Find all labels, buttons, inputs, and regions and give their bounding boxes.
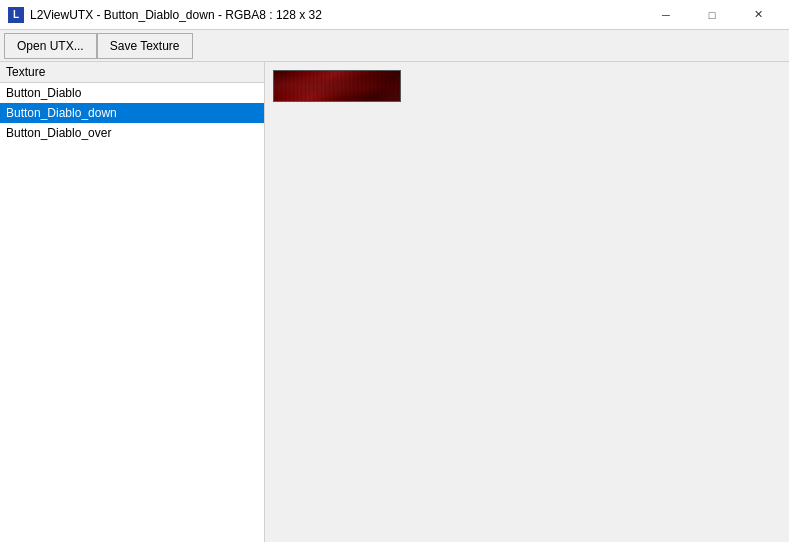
titlebar: L L2ViewUTX - Button_Diablo_down - RGBA8… [0,0,789,30]
window-title: L2ViewUTX - Button_Diablo_down - RGBA8 :… [30,8,322,22]
list-item[interactable]: Button_Diablo [0,83,264,103]
left-panel: Texture Button_Diablo Button_Diablo_down… [0,62,265,542]
right-panel [265,62,789,542]
close-button[interactable]: ✕ [735,0,781,30]
list-item[interactable]: Button_Diablo_over [0,123,264,143]
texture-preview [273,70,401,102]
main-content: Texture Button_Diablo Button_Diablo_down… [0,62,789,542]
titlebar-left: L L2ViewUTX - Button_Diablo_down - RGBA8… [8,7,322,23]
titlebar-controls: ─ □ ✕ [643,0,781,30]
toolbar: Open UTX... Save Texture [0,30,789,62]
list-item[interactable]: Button_Diablo_down [0,103,264,123]
texture-list: Button_Diablo Button_Diablo_down Button_… [0,83,264,542]
open-utx-button[interactable]: Open UTX... [4,33,97,59]
texture-canvas [273,70,401,102]
maximize-button[interactable]: □ [689,0,735,30]
app-icon-letter: L [13,9,19,20]
app-icon: L [8,7,24,23]
minimize-button[interactable]: ─ [643,0,689,30]
list-header: Texture [0,62,264,83]
save-texture-button[interactable]: Save Texture [97,33,193,59]
